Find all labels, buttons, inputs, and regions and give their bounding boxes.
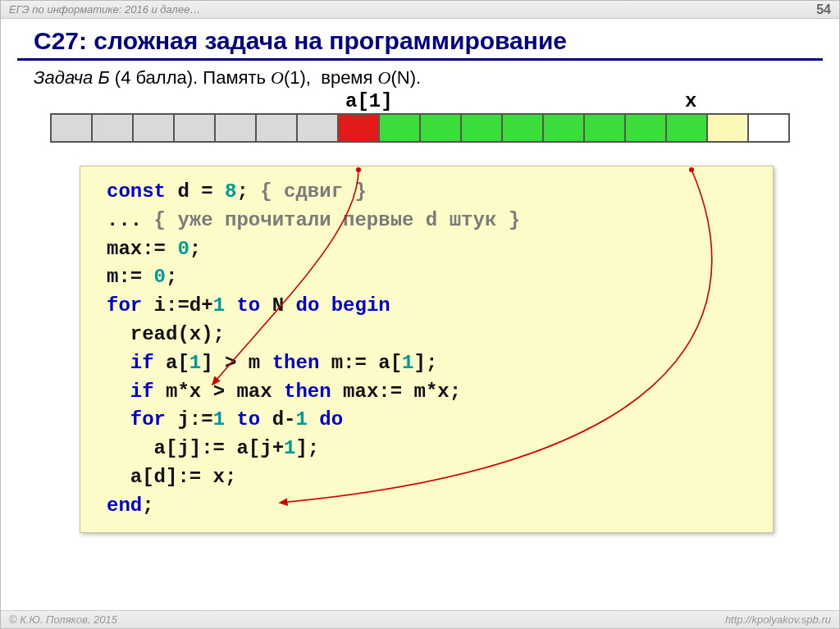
code-line: a[d]:= x;	[107, 463, 756, 492]
cell	[626, 115, 667, 141]
subtitle: Задача Б (4 балла). Память O(1), время O…	[1, 66, 839, 90]
cell	[134, 115, 175, 141]
memory-value: (1),	[284, 67, 311, 88]
code-line: ... { уже прочитали первые d штук }	[107, 207, 756, 235]
memory-o: O	[271, 67, 284, 88]
time-o: O	[378, 67, 391, 88]
code-line: for j:=1 to d-1 do	[107, 406, 756, 435]
code-box: const d = 8; { сдвиг } ... { уже прочита…	[80, 166, 774, 533]
cell-a1	[339, 115, 380, 141]
task-points: (4 балла).	[115, 67, 198, 88]
cell	[380, 115, 421, 141]
code-line: a[j]:= a[j+1];	[107, 435, 756, 463]
cell	[421, 115, 462, 141]
cell	[585, 115, 626, 141]
code-line: max:= 0;	[107, 235, 756, 264]
cell	[462, 115, 503, 141]
code-line: if m*x > max then max:= m*x;	[107, 378, 756, 407]
footer-url: http://kpolyakov.spb.ru	[725, 613, 831, 626]
time-value: (N).	[390, 67, 421, 88]
cell-x	[708, 115, 749, 141]
code-line: const d = 8; { сдвиг }	[107, 178, 756, 207]
slide-footer: © К.Ю. Поляков, 2015 http://kpolyakov.sp…	[1, 610, 839, 628]
page-number: 54	[816, 2, 831, 17]
cell	[175, 115, 216, 141]
array-cells	[50, 113, 790, 143]
code-line: m:= 0;	[107, 263, 756, 292]
label-x: x	[685, 90, 696, 112]
memory-label: Память	[203, 67, 266, 88]
time-label: время	[321, 67, 372, 88]
cell	[298, 115, 339, 141]
code-line: end;	[107, 492, 756, 521]
slide-title: C27: сложная задача на программирование	[1, 19, 839, 58]
cell	[257, 115, 298, 141]
cell	[667, 115, 708, 141]
array-labels: a[1] x	[1, 90, 839, 113]
code-line: if a[1] > m then m:= a[1];	[107, 349, 756, 378]
label-a1: a[1]	[345, 90, 393, 112]
cell	[216, 115, 257, 141]
cell	[749, 115, 790, 141]
title-rule	[17, 58, 823, 61]
cell	[52, 115, 93, 141]
cell	[503, 115, 544, 141]
cell	[544, 115, 585, 141]
cell	[93, 115, 134, 141]
code-line: read(x);	[107, 321, 756, 349]
code-line: for i:=d+1 to N do begin	[107, 292, 756, 321]
slide-header: ЕГЭ по информатике: 2016 и далее… 54	[1, 1, 839, 19]
task-name: Задача Б	[34, 67, 110, 88]
slide: ЕГЭ по информатике: 2016 и далее… 54 C27…	[0, 0, 840, 629]
header-text: ЕГЭ по информатике: 2016 и далее…	[9, 3, 200, 16]
copyright: © К.Ю. Поляков, 2015	[9, 613, 117, 626]
